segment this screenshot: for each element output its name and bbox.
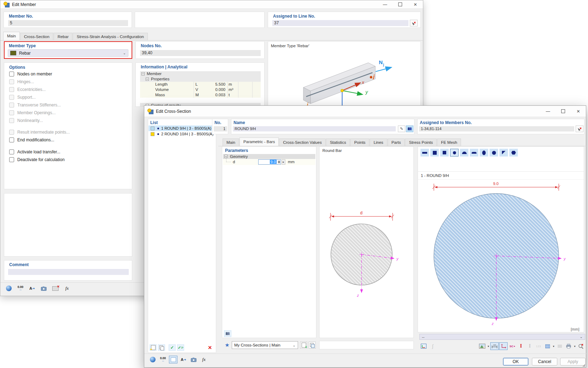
- add-favorite-button[interactable]: +: [300, 342, 307, 349]
- shape-flat-bar-button[interactable]: [420, 149, 429, 157]
- shape-triangle-button[interactable]: [499, 149, 508, 157]
- manage-favorites-button[interactable]: [309, 342, 316, 349]
- tab-stress-points[interactable]: Stress Points: [405, 139, 437, 146]
- pick-members-button[interactable]: [576, 125, 583, 132]
- shape-half-round-button[interactable]: [460, 149, 468, 157]
- tab-parts[interactable]: Parts: [388, 139, 405, 146]
- geometry-group-row[interactable]: Geometry: [223, 154, 315, 159]
- tab-main[interactable]: Main: [3, 32, 20, 40]
- checkbox-end-modifications[interactable]: End modifications...: [9, 137, 54, 142]
- rename-button[interactable]: ✎: [398, 125, 405, 132]
- tab-cross-section[interactable]: Cross-Section: [20, 33, 53, 40]
- checkbox-deactivate-for-calculation[interactable]: Deactivate for calculation: [9, 157, 65, 162]
- tab-fe-mesh[interactable]: FE Mesh: [437, 139, 461, 146]
- tree-row-member[interactable]: Member: [140, 71, 261, 76]
- print-button[interactable]: [564, 342, 573, 350]
- arrow-right-icon: ➜: [32, 287, 35, 290]
- delete-section-button[interactable]: ✕: [207, 344, 213, 351]
- blank-panel-toggle[interactable]: [169, 356, 177, 363]
- tab-cross-section-values[interactable]: Cross-Section Values: [279, 139, 326, 146]
- member-no-field[interactable]: 5: [8, 20, 128, 26]
- shape-segment-button[interactable]: [470, 149, 478, 157]
- spinner-arrows[interactable]: [277, 160, 280, 164]
- checkbox-nodes-on-member[interactable]: Nodes on member: [9, 72, 52, 76]
- assigned-line-label: Assigned to Line No.: [273, 14, 315, 19]
- camera-icon[interactable]: [40, 284, 48, 292]
- tree-row-properties[interactable]: Properties: [140, 76, 261, 82]
- decimal-places-button[interactable]: 0.00 ↔: [16, 284, 25, 292]
- comment-field[interactable]: [8, 269, 129, 275]
- pick-line-button[interactable]: [410, 20, 418, 26]
- maximize-icon[interactable]: [393, 0, 408, 8]
- tab-statistics[interactable]: Statistics: [326, 139, 350, 146]
- name-field[interactable]: ROUND 9/H: [233, 126, 396, 131]
- list-item[interactable]: 1 ROUND 9/H | 3 - B500S(A): [148, 125, 216, 131]
- member-type-dropdown[interactable]: Rebar ⌄: [8, 49, 128, 57]
- column-divider: [194, 82, 194, 98]
- collapse-icon[interactable]: [141, 72, 145, 75]
- tab-points[interactable]: Points: [350, 139, 369, 146]
- section-library-button[interactable]: [224, 330, 231, 337]
- list-item[interactable]: 2 ROUND 10/H | 3 - B500S(A): [148, 131, 216, 137]
- shape-ellipse-button[interactable]: [480, 149, 488, 157]
- tab-stress-strain[interactable]: Stress-Strain Analysis - Configuration: [73, 33, 147, 40]
- font-settings-button[interactable]: A ➜: [28, 284, 36, 292]
- library-button[interactable]: [406, 125, 413, 132]
- param-d-spinbox[interactable]: 9.0: [258, 159, 281, 165]
- new-section-button[interactable]: ★: [150, 344, 157, 351]
- dimensions-toggle[interactable]: 100: [490, 342, 499, 350]
- cancel-button[interactable]: Cancel: [532, 358, 557, 366]
- globe-icon[interactable]: [148, 356, 157, 363]
- favorites-combo[interactable]: My Cross-Sections | Main ⌄: [232, 341, 298, 349]
- tree-guide: [226, 162, 231, 162]
- maximize-icon[interactable]: [556, 106, 571, 117]
- shape-hexagon-button[interactable]: [509, 149, 518, 157]
- chevron-down-icon: ⌄: [580, 335, 583, 339]
- checkbox-member-openings: Member Openings...: [9, 110, 56, 115]
- param-flyout-button[interactable]: ▸: [281, 159, 285, 165]
- globe-icon[interactable]: [5, 284, 13, 292]
- formula-button[interactable]: fx: [200, 356, 208, 363]
- nodes-no-field[interactable]: 39,40: [140, 50, 261, 56]
- assigned-members-field[interactable]: 1-34,81-114: [419, 126, 574, 131]
- check-all-button[interactable]: ✓: [169, 344, 176, 351]
- font-settings-button[interactable]: A ➜: [179, 356, 188, 363]
- ok-button[interactable]: OK: [503, 358, 528, 366]
- stress-points-toggle[interactable]: SC: [508, 342, 516, 350]
- tab-rebar[interactable]: Rebar: [54, 33, 72, 40]
- viewport-settings-button[interactable]: [419, 342, 428, 350]
- minimize-icon[interactable]: —: [377, 0, 393, 8]
- print-dropdown[interactable]: ▾: [573, 345, 576, 348]
- checkbox-activate-load-transfer[interactable]: Activate load transfer...: [9, 149, 60, 154]
- grid-toggle[interactable]: [543, 342, 552, 350]
- render-mode-button[interactable]: [478, 342, 486, 350]
- close-icon[interactable]: ✕: [571, 106, 586, 117]
- check-sync-button[interactable]: ✓⟳: [177, 344, 184, 351]
- axes-toggle[interactable]: [499, 342, 508, 350]
- titlebar[interactable]: Edit Member — ✕: [0, 0, 423, 9]
- decimal-places-button[interactable]: 0.00 ↔: [159, 356, 167, 363]
- annotation-combo[interactable]: -- ⌄: [419, 334, 585, 340]
- measure-reset-icon[interactable]: ✕: [51, 284, 60, 292]
- zoom-reset-button[interactable]: [577, 342, 585, 350]
- tab-parametric-bars[interactable]: Parametric - Bars: [240, 137, 279, 146]
- shape-round2-button[interactable]: [490, 149, 498, 157]
- shape-square-bar-button[interactable]: [430, 149, 439, 157]
- camera-icon[interactable]: [189, 356, 198, 363]
- render-mode-dropdown[interactable]: ▾: [487, 345, 490, 348]
- grid-dropdown[interactable]: ▾: [552, 345, 555, 348]
- tab-lines[interactable]: Lines: [370, 139, 387, 146]
- minimize-icon[interactable]: —: [540, 106, 556, 117]
- collapse-icon[interactable]: [146, 78, 149, 81]
- shape-square-bar2-button[interactable]: [440, 149, 449, 157]
- copy-section-button[interactable]: [158, 344, 165, 351]
- profile-red-button[interactable]: I: [517, 342, 525, 350]
- assigned-line-field[interactable]: 37: [272, 20, 408, 26]
- formula-button[interactable]: fx: [63, 284, 71, 292]
- close-icon[interactable]: ✕: [408, 0, 423, 8]
- tab-main[interactable]: Main: [223, 139, 239, 146]
- shape-round-bar-button[interactable]: [450, 149, 459, 157]
- resize-grip[interactable]: ◢: [582, 363, 585, 367]
- titlebar[interactable]: Edit Cross-Section — ✕: [144, 106, 586, 117]
- apply-button[interactable]: Apply: [560, 358, 586, 366]
